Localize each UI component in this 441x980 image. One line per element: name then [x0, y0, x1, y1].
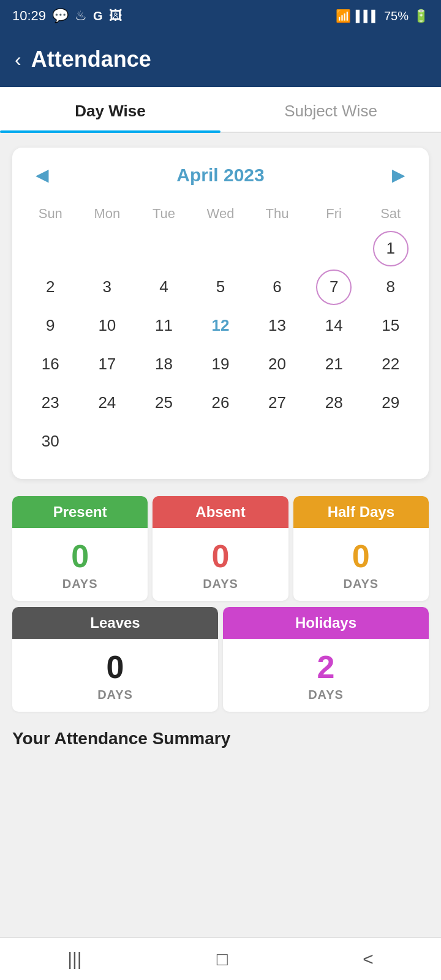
present-unit: DAYS [12, 577, 148, 601]
tab-subject-wise[interactable]: Subject Wise [221, 87, 441, 132]
stats-section: Present 0 DAYS Absent 0 DAYS Half Days 0… [0, 494, 441, 714]
status-time: 10:29 [12, 8, 46, 24]
day-sat: Sat [362, 202, 419, 225]
day-cell[interactable]: 23 [22, 385, 79, 421]
nav-recent-apps[interactable]: ||| [53, 944, 96, 974]
holidays-unit: DAYS [223, 688, 429, 712]
nav-home[interactable]: □ [202, 944, 243, 974]
day-wed: Wed [192, 202, 249, 225]
day-cell[interactable]: 21 [306, 346, 363, 382]
hotspot-icon: ♨ [75, 8, 87, 24]
calendar-grid: Sun Mon Tue Wed Thu Fri Sat 112345677891… [22, 202, 419, 459]
summary-section: Your Attendance Summary [0, 714, 441, 755]
absent-value: 0 [153, 528, 288, 577]
tab-day-wise[interactable]: Day Wise [0, 87, 221, 132]
day-cell[interactable]: 2 [22, 269, 79, 305]
halfdays-value: 0 [293, 528, 429, 577]
day-cell[interactable]: 77 [306, 269, 363, 305]
day-cell-empty [192, 230, 249, 266]
day-tue: Tue [135, 202, 192, 225]
status-bar: 10:29 💬 ♨ G 🖼 📶 ▌▌▌ 75% 🔋 [0, 0, 441, 32]
battery-icon: 🔋 [413, 9, 429, 23]
halfdays-badge: Half Days [293, 496, 429, 528]
image-icon: 🖼 [109, 8, 123, 24]
day-cell[interactable]: 30 [22, 423, 79, 459]
leaves-value: 0 [12, 639, 218, 688]
wifi-icon: 📶 [336, 9, 351, 23]
day-cell[interactable]: 15 [362, 307, 419, 344]
day-cell[interactable]: 17 [79, 346, 136, 382]
day-cell-empty [249, 230, 306, 266]
stat-halfdays: Half Days 0 DAYS [293, 496, 429, 601]
day-cell[interactable]: 26 [192, 385, 249, 421]
stat-leaves: Leaves 0 DAYS [12, 607, 218, 712]
day-mon: Mon [79, 202, 136, 225]
status-right: 📶 ▌▌▌ 75% 🔋 [336, 9, 429, 23]
day-cell[interactable]: 25 [135, 385, 192, 421]
day-cell[interactable]: 27 [249, 385, 306, 421]
stat-present: Present 0 DAYS [12, 496, 148, 601]
day-cell[interactable]: 22 [362, 346, 419, 382]
day-cell[interactable]: 6 [249, 269, 306, 305]
next-month-button[interactable]: ▶ [385, 162, 413, 187]
absent-unit: DAYS [153, 577, 288, 601]
day-cell[interactable]: 5 [192, 269, 249, 305]
circled-day-marker: 1 [373, 231, 409, 266]
day-cell[interactable]: 20 [249, 346, 306, 382]
absent-badge: Absent [153, 496, 288, 528]
day-cell-empty [135, 230, 192, 266]
day-fri: Fri [306, 202, 363, 225]
day-thu: Thu [249, 202, 306, 225]
calendar-header: ◀ April 2023 ▶ [22, 162, 419, 187]
day-cells: 1123456778910111213141516171819202122232… [22, 230, 419, 459]
day-cell[interactable]: 10 [79, 307, 136, 344]
message-icon: 💬 [52, 8, 69, 24]
day-cell[interactable]: 14 [306, 307, 363, 344]
day-cell[interactable]: 3 [79, 269, 136, 305]
nav-back[interactable]: < [348, 944, 388, 974]
present-badge: Present [12, 496, 148, 528]
leaves-unit: DAYS [12, 688, 218, 712]
day-cell[interactable]: 19 [192, 346, 249, 382]
prev-month-button[interactable]: ◀ [28, 162, 56, 187]
day-cell[interactable]: 13 [249, 307, 306, 344]
summary-title: Your Attendance Summary [12, 729, 230, 748]
day-cell[interactable]: 11 [135, 307, 192, 344]
circled-day-marker: 7 [316, 270, 352, 305]
day-headers: Sun Mon Tue Wed Thu Fri Sat [22, 202, 419, 225]
bottom-nav: ||| □ < [0, 937, 441, 980]
day-cell-empty [79, 230, 136, 266]
stat-absent: Absent 0 DAYS [153, 496, 288, 601]
day-cell-empty [306, 230, 363, 266]
day-cell-empty [22, 230, 79, 266]
back-button[interactable]: ‹ [15, 50, 21, 69]
stats-row-top: Present 0 DAYS Absent 0 DAYS Half Days 0… [10, 494, 431, 603]
g-logo-icon: G [93, 9, 103, 23]
day-sun: Sun [22, 202, 79, 225]
stats-row-bottom: Leaves 0 DAYS Holidays 2 DAYS [10, 605, 431, 714]
status-left: 10:29 💬 ♨ G 🖼 [12, 8, 123, 24]
battery-level: 75% [384, 9, 409, 23]
leaves-badge: Leaves [12, 607, 218, 639]
holidays-value: 2 [223, 639, 429, 688]
day-cell[interactable]: 28 [306, 385, 363, 421]
day-cell[interactable]: 8 [362, 269, 419, 305]
day-cell[interactable]: 9 [22, 307, 79, 344]
day-cell[interactable]: 29 [362, 385, 419, 421]
page-title: Attendance [31, 47, 151, 72]
day-cell[interactable]: 12 [192, 307, 249, 344]
holidays-badge: Holidays [223, 607, 429, 639]
day-cell[interactable]: 16 [22, 346, 79, 382]
day-cell[interactable]: 4 [135, 269, 192, 305]
present-value: 0 [12, 528, 148, 577]
app-header: ‹ Attendance [0, 32, 441, 87]
halfdays-unit: DAYS [293, 577, 429, 601]
day-cell[interactable]: 24 [79, 385, 136, 421]
day-cell[interactable]: 18 [135, 346, 192, 382]
day-cell[interactable]: 11 [362, 230, 419, 266]
calendar-month-year: April 2023 [176, 165, 264, 186]
stat-holidays: Holidays 2 DAYS [223, 607, 429, 712]
signal-icon: ▌▌▌ [356, 10, 379, 23]
calendar-card: ◀ April 2023 ▶ Sun Mon Tue Wed Thu Fri S… [12, 148, 429, 479]
tab-bar: Day Wise Subject Wise [0, 87, 441, 133]
